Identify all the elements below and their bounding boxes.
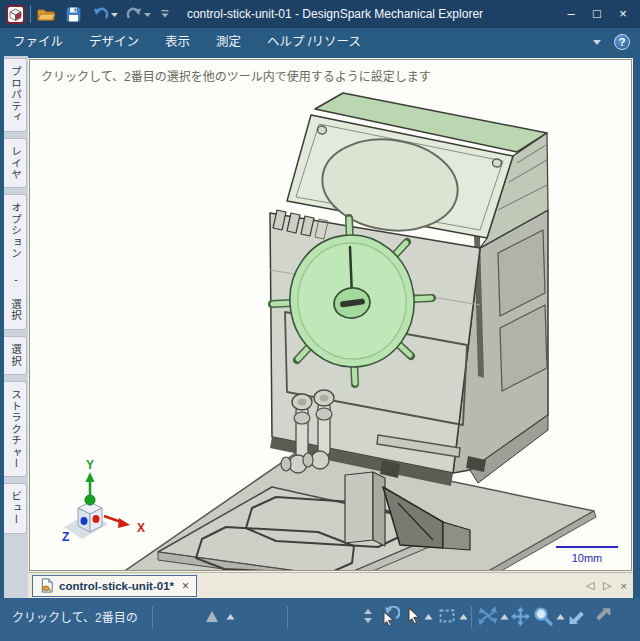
viewport-3d[interactable]: Y X Z 10mm クリックして、2番目の選択を他のツール内で使用するように設… bbox=[29, 59, 632, 571]
menu-file[interactable]: ファイル bbox=[0, 28, 76, 56]
help-icon[interactable]: ? bbox=[614, 34, 630, 50]
minimize-button[interactable]: – bbox=[558, 0, 584, 28]
menubar: ファイル デザイン 表示 測定 ヘルプ /リソース ? bbox=[0, 28, 640, 56]
scale-label: 10mm bbox=[572, 552, 603, 564]
status-separator bbox=[287, 606, 288, 628]
select-menu-icon[interactable] bbox=[424, 613, 433, 620]
titlebar: control-stick-unit-01 - DesignSpark Mech… bbox=[0, 0, 640, 28]
redo-menu-icon[interactable] bbox=[143, 3, 152, 25]
zoom-menu-icon[interactable] bbox=[556, 613, 565, 620]
close-button[interactable]: × bbox=[610, 0, 636, 28]
sidebar-tabs: プロパティ レイヤ オプション - 選択 選択 ストラクチャー ビュー bbox=[4, 58, 27, 534]
document-icon bbox=[40, 578, 54, 593]
zoom-icon[interactable] bbox=[533, 606, 553, 626]
flag-icon[interactable] bbox=[202, 606, 222, 626]
box-select-icon[interactable] bbox=[437, 606, 457, 626]
viewport-frame: Y X Z 10mm クリックして、2番目の選択を他のツール内で使用するように設… bbox=[28, 58, 633, 572]
toolbar-separator bbox=[30, 5, 31, 23]
status-separator bbox=[152, 606, 153, 628]
axis-y-label: Y bbox=[86, 458, 94, 472]
scale-bar: 10mm bbox=[556, 547, 618, 564]
save-icon[interactable] bbox=[65, 3, 82, 25]
axis-x-label: X bbox=[137, 521, 145, 535]
tab-navigation: ◁ ▷ × bbox=[586, 579, 627, 592]
spin-icon[interactable] bbox=[478, 606, 498, 626]
tab-nav-close-icon[interactable]: × bbox=[621, 580, 627, 592]
previous-view-icon[interactable] bbox=[567, 606, 587, 626]
box-select-menu-icon[interactable] bbox=[459, 613, 468, 620]
sidebar-tab-properties[interactable]: プロパティ bbox=[4, 58, 27, 132]
menu-design[interactable]: デザイン bbox=[76, 28, 152, 56]
select-icon[interactable] bbox=[404, 606, 424, 626]
window-controls: – □ × bbox=[558, 0, 636, 28]
menu-view[interactable]: 表示 bbox=[152, 28, 203, 56]
model-control-stick-unit[interactable]: Y X Z 10mm bbox=[30, 60, 630, 570]
support-column-front bbox=[345, 472, 373, 543]
support-column-side bbox=[373, 472, 385, 546]
menu-help-resources[interactable]: ヘルプ /リソース bbox=[254, 28, 374, 56]
maximize-button[interactable]: □ bbox=[584, 0, 610, 28]
axis-triad: Y X Z bbox=[62, 458, 145, 544]
workarea: プロパティ レイヤ オプション - 選択 選択 ストラクチャー ビュー bbox=[0, 56, 640, 598]
window-title: control-stick-unit-01 - DesignSpark Mech… bbox=[140, 0, 530, 28]
document-tab-label: control-stick-unit-01* bbox=[59, 580, 174, 592]
open-folder-icon[interactable] bbox=[36, 3, 56, 25]
status-message: クリックして、2番目の選択 bbox=[12, 608, 138, 625]
undo-icon[interactable] bbox=[92, 3, 110, 25]
app-logo-icon bbox=[6, 3, 25, 25]
sidebar-tab-options-selection[interactable]: オプション - 選択 bbox=[4, 194, 27, 330]
redo-icon[interactable] bbox=[125, 3, 143, 25]
axis-z-label: Z bbox=[62, 530, 69, 544]
tab-nav-prev-icon[interactable]: ◁ bbox=[586, 579, 594, 592]
view-stepper-icon[interactable] bbox=[358, 606, 378, 626]
spin-menu-icon[interactable] bbox=[500, 613, 509, 620]
sidebar-tab-structure[interactable]: ストラクチャー bbox=[4, 381, 27, 478]
statusbar: クリックして、2番目の選択 bbox=[0, 598, 640, 641]
pan-icon[interactable] bbox=[510, 606, 530, 626]
sidebar-tab-layers[interactable]: レイヤ bbox=[4, 138, 27, 189]
undo-menu-icon[interactable] bbox=[110, 3, 119, 25]
screw-hole-right bbox=[492, 158, 502, 167]
ribbon-collapse-icon[interactable] bbox=[592, 39, 602, 46]
document-tab[interactable]: control-stick-unit-01* × bbox=[32, 575, 197, 597]
sidebar-tab-selection[interactable]: 選択 bbox=[4, 336, 27, 375]
toolbar-overflow-icon[interactable] bbox=[160, 3, 170, 25]
screw-hole-left bbox=[317, 125, 327, 134]
document-tab-close-icon[interactable]: × bbox=[182, 579, 189, 593]
sidebar-tab-views[interactable]: ビュー bbox=[4, 483, 27, 534]
document-tabstrip: control-stick-unit-01* × ◁ ▷ × bbox=[28, 572, 633, 598]
next-view-icon[interactable] bbox=[592, 606, 612, 626]
select-previous-icon[interactable] bbox=[380, 606, 400, 626]
viewport-hint-text: クリックして、2番目の選択を他のツール内で使用するように設定します bbox=[41, 67, 431, 84]
menu-measure[interactable]: 測定 bbox=[203, 28, 254, 56]
tab-nav-next-icon[interactable]: ▷ bbox=[603, 579, 611, 592]
status-separator bbox=[471, 606, 472, 628]
flag-menu-icon[interactable] bbox=[226, 613, 235, 620]
